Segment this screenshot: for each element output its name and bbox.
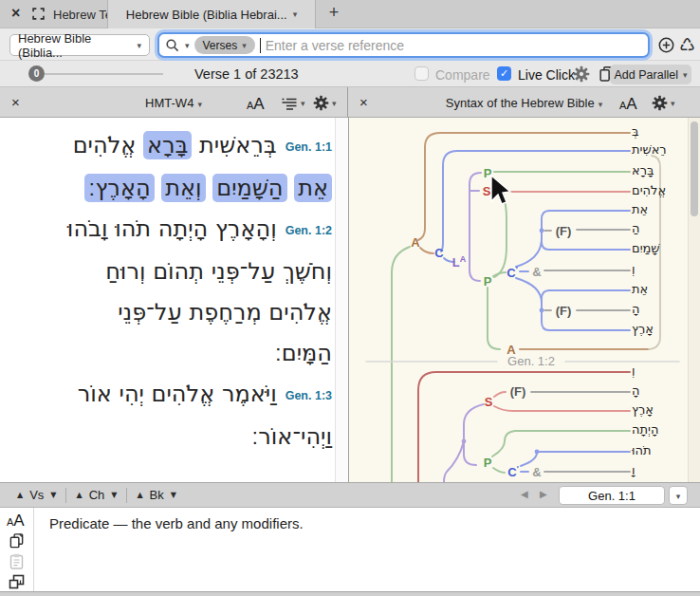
hebrew-word[interactable]: וָבֹהוּ xyxy=(67,215,108,242)
tree-word[interactable]: בְּ xyxy=(632,124,639,139)
hebrew-word[interactable]: תֹהוּ xyxy=(115,215,151,242)
pane-settings-button[interactable]: ▾ xyxy=(313,95,337,111)
compare-label[interactable]: Compare xyxy=(435,67,490,83)
font-size-button[interactable]: AA xyxy=(247,95,265,114)
add-tab-button[interactable]: + xyxy=(324,3,343,23)
tree-node-p[interactable]: P xyxy=(484,166,492,180)
nav-down-ch[interactable]: ▼ xyxy=(111,491,117,499)
tree-node-[interactable]: & xyxy=(532,265,541,279)
tree-node-p[interactable]: P xyxy=(484,456,492,470)
hit-count-slider[interactable]: 0 xyxy=(28,65,45,82)
tree-word[interactable]: וְ xyxy=(632,262,636,276)
hebrew-word[interactable]: וְחֹשֶׁךְ xyxy=(283,258,332,285)
hebrew-word[interactable]: אֱלֹהִים xyxy=(73,132,137,158)
search-scope-chevron-icon[interactable]: ▾ xyxy=(185,41,190,50)
tree-word[interactable]: תֹהוּ xyxy=(632,443,652,457)
right-pane-scrollbar[interactable] xyxy=(688,118,700,482)
hebrew-word[interactable]: וְהָאָרֶץ xyxy=(215,215,277,242)
close-window-icon[interactable]: × xyxy=(11,5,20,22)
tree-word[interactable]: הָיְתָה xyxy=(632,422,658,437)
hebrew-word[interactable]: עַל־פְּנֵי xyxy=(212,258,276,285)
tree-node-c[interactable]: C' xyxy=(507,265,518,280)
tree-node-c[interactable]: C' xyxy=(507,464,519,479)
tree-node-l[interactable]: LA xyxy=(452,254,466,270)
tree-node-a[interactable]: A xyxy=(411,235,419,250)
verse-ref[interactable]: Gen. 1:1 xyxy=(286,127,332,168)
hebrew-word[interactable]: הָיְתָה xyxy=(158,215,209,242)
compare-checkbox[interactable] xyxy=(414,66,429,81)
add-parallel-button[interactable]: Add Parallel ▾ xyxy=(610,65,691,84)
slider-track[interactable] xyxy=(45,73,163,75)
module-selector-button[interactable]: Hebrew Bible (Biblia... ▾ xyxy=(9,34,150,56)
left-pane-scrollbar[interactable] xyxy=(335,118,347,482)
font-size-button[interactable]: AA xyxy=(619,95,637,114)
tree-word[interactable]: הָ xyxy=(632,302,640,316)
tree-node-f[interactable]: (F) xyxy=(510,384,526,399)
hebrew-word[interactable]: הַמָּיִם׃ xyxy=(275,340,332,366)
font-size-button[interactable]: AA xyxy=(7,512,25,531)
tree-word[interactable]: רֵאשִׁית xyxy=(632,142,667,157)
hebrew-word-highlighted[interactable]: וְאֵת xyxy=(161,174,205,202)
prev-verse-button[interactable]: ◀ xyxy=(521,489,528,499)
live-click-gear-icon[interactable] xyxy=(573,65,590,83)
hebrew-word[interactable]: יְהִי xyxy=(120,381,144,407)
tree-word[interactable]: אֱלֹהִים xyxy=(632,183,666,197)
tree-node-f[interactable]: (F) xyxy=(556,304,572,318)
hebrew-word[interactable]: אוֹר xyxy=(78,381,112,407)
next-verse-button[interactable]: ▶ xyxy=(540,489,547,499)
search-input[interactable]: ▾ Verses ▾ Enter a verse reference xyxy=(157,32,650,58)
hebrew-word[interactable]: תְהוֹם xyxy=(153,258,204,285)
search-icon[interactable] xyxy=(165,38,180,53)
clipboard-icon[interactable] xyxy=(9,553,24,569)
copy-icon[interactable] xyxy=(9,532,25,549)
hebrew-word[interactable]: וְרוּחַ xyxy=(105,258,145,285)
scrollbar-thumb[interactable] xyxy=(691,121,698,216)
tree-node-s[interactable]: S xyxy=(485,395,493,409)
nav-up-ch[interactable]: ▲ xyxy=(76,491,82,499)
display-settings-button[interactable]: ▾ xyxy=(281,97,305,110)
tree-word[interactable]: הָ xyxy=(632,383,640,398)
hebrew-word-highlighted[interactable]: הָאָרֶץ׃ xyxy=(84,174,154,202)
hebrew-word[interactable]: אֱלֹהִים xyxy=(268,299,332,326)
tree-word[interactable]: אֵת xyxy=(632,282,648,296)
verse-ref[interactable]: Gen. 1:3 xyxy=(286,376,332,417)
nav-up-vs[interactable]: ▲ xyxy=(17,491,23,499)
hebrew-word[interactable]: עַל־פְּנֵי xyxy=(118,299,182,326)
expand-icon[interactable] xyxy=(32,8,45,20)
tree-node-c[interactable]: C xyxy=(434,246,443,260)
nav-down-bk[interactable]: ▼ xyxy=(171,491,176,499)
tree-node-s[interactable]: S xyxy=(483,184,491,198)
hebrew-word-highlighted[interactable]: הַשָּׁמַיִם xyxy=(212,174,286,202)
tree-word[interactable]: שָׁמַיִם xyxy=(632,241,660,255)
live-click-label[interactable]: Live Click xyxy=(518,67,575,83)
tree-word[interactable]: אֵת xyxy=(632,202,648,216)
verses-scope-pill[interactable]: Verses ▾ xyxy=(194,36,255,54)
tree-node-f[interactable]: (F) xyxy=(556,224,572,238)
verse-reference-box[interactable]: Gen. 1:1 xyxy=(559,486,665,505)
nav-down-vs[interactable]: ▼ xyxy=(50,491,56,499)
hebrew-word-highlighted[interactable]: אֵת xyxy=(294,174,332,202)
tree-word[interactable]: הַ xyxy=(632,221,640,235)
tab-hebrew-bible[interactable]: Hebrew Bible (Biblia Hebrai... ▾ xyxy=(107,0,316,28)
add-search-icon[interactable] xyxy=(658,37,674,53)
hebrew-word[interactable]: אֱלֹהִים xyxy=(152,381,215,407)
nav-up-bk[interactable]: ▲ xyxy=(137,491,142,499)
verse-ref[interactable]: Gen. 1:2 xyxy=(286,211,332,251)
hebrew-word-highlighted[interactable]: בָּרָא xyxy=(143,131,192,159)
verse-reference-dropdown[interactable]: ▾ xyxy=(669,486,688,505)
sync-panes-icon[interactable] xyxy=(9,574,25,589)
tree-word[interactable]: אָרֶץ xyxy=(632,402,654,417)
tree-word[interactable]: וָ xyxy=(632,463,636,477)
tree-word[interactable]: בָּרָא xyxy=(632,163,654,177)
tree-word[interactable]: וְ xyxy=(632,363,636,378)
tree-word[interactable]: אָרֶץ xyxy=(632,322,654,336)
right-pane-title[interactable]: Syntax of the Hebrew Bible▾ xyxy=(348,96,700,110)
hebrew-word[interactable]: וַיְהִי־אוֹר׃ xyxy=(251,423,332,450)
hebrew-word[interactable]: וַיֹּאמֶר xyxy=(222,381,277,407)
hebrew-word[interactable]: בְּרֵאשִׁית xyxy=(199,132,277,158)
tree-node-p[interactable]: P xyxy=(484,274,492,289)
live-click-checkbox[interactable]: ✓ xyxy=(497,66,511,81)
pane-settings-button[interactable]: ▾ xyxy=(652,95,675,111)
research-recycle-icon[interactable]: ♺ xyxy=(679,34,695,55)
hebrew-word[interactable]: מְרַחֶפֶת xyxy=(189,299,261,326)
